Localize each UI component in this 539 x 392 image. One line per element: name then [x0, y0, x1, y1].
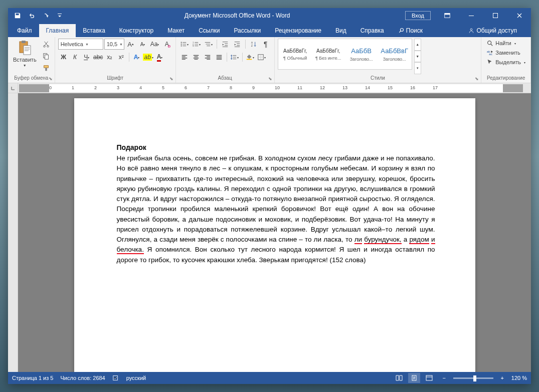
tab-file[interactable]: Файл	[10, 24, 39, 37]
close-button[interactable]	[508, 8, 531, 23]
find-label: Найти	[495, 40, 511, 46]
tab-design[interactable]: Конструктор	[112, 24, 160, 37]
spell-error[interactable]: бурундучок,	[364, 236, 401, 244]
login-button[interactable]: Вход	[405, 11, 431, 20]
copy-button[interactable]	[41, 51, 52, 62]
superscript-button[interactable]: x²	[116, 52, 127, 63]
bold-button[interactable]: Ж	[58, 52, 69, 63]
titlebar-right: Вход	[405, 8, 531, 23]
tab-review[interactable]: Рецензирование	[268, 24, 328, 37]
styles-gallery[interactable]: АаБбВвГг,¶ ОбычныйАаБбВвГг,¶ Без инте...…	[278, 39, 412, 70]
styles-dialog-launcher[interactable]: ⬊	[474, 76, 480, 82]
language-indicator[interactable]: русский	[126, 375, 146, 381]
shading-button[interactable]: ▾	[245, 52, 256, 63]
spell-error[interactable]: ли	[354, 236, 362, 244]
clipboard-dialog-launcher[interactable]: ⬊	[48, 76, 54, 82]
bullets-button[interactable]: ▾	[179, 39, 190, 50]
zoom-out-button[interactable]: −	[438, 373, 450, 383]
select-button[interactable]: Выделить▾	[484, 58, 527, 67]
share-button[interactable]: Общий доступ	[461, 24, 524, 37]
styles-up-button[interactable]: ▲	[414, 39, 421, 51]
tab-insert[interactable]: Вставка	[76, 24, 112, 37]
document-page[interactable]: Подарок Не грибная была осень, совсем не…	[74, 98, 475, 372]
sort-button[interactable]: AZ	[248, 39, 259, 50]
styles-down-button[interactable]: ▼	[414, 51, 421, 63]
web-layout-button[interactable]	[423, 373, 435, 383]
paragraph-label: Абзац	[179, 74, 271, 82]
tab-home[interactable]: Главная	[39, 24, 76, 37]
borders-button[interactable]: ▾	[256, 52, 267, 63]
tab-layout[interactable]: Макет	[160, 24, 192, 37]
font-dialog-launcher[interactable]: ⬊	[168, 76, 174, 82]
change-case-button[interactable]: Aa▾	[149, 39, 160, 50]
find-button[interactable]: Найти▾	[484, 39, 527, 48]
font-name-combo[interactable]: Helvetica▼	[58, 39, 103, 50]
spell-check-icon[interactable]	[112, 374, 119, 381]
line-spacing-button[interactable]: ▾	[229, 52, 240, 63]
word-count[interactable]: Число слов: 2684	[60, 375, 105, 381]
save-button[interactable]	[11, 9, 24, 22]
svg-rect-3	[493, 14, 498, 18]
read-mode-button[interactable]	[393, 373, 405, 383]
clear-formatting-button[interactable]: A⊘	[161, 39, 172, 50]
page-indicator[interactable]: Страница 1 из 5	[12, 375, 53, 381]
zoom-level[interactable]: 120 %	[511, 375, 527, 381]
cut-button[interactable]	[41, 39, 52, 50]
strikethrough-button[interactable]: abc	[93, 52, 104, 63]
svg-point-15	[181, 42, 182, 43]
doc-heading[interactable]: Подарок	[117, 143, 435, 151]
vertical-ruler[interactable]	[8, 93, 18, 372]
undo-button[interactable]	[25, 9, 38, 22]
doc-body[interactable]: Не грибная была осень, совсем не грибная…	[117, 153, 435, 265]
replace-button[interactable]: abacЗаменить	[484, 48, 527, 57]
align-center-button[interactable]	[191, 52, 202, 63]
justify-button[interactable]	[214, 52, 225, 63]
italic-button[interactable]: К	[70, 52, 81, 63]
styles-more-button[interactable]: ▾	[414, 62, 421, 74]
horizontal-ruler[interactable]: 01234567891011121314151617	[8, 83, 531, 93]
redo-button[interactable]	[39, 9, 52, 22]
spell-error[interactable]: рядом	[409, 236, 429, 244]
clipboard-label: Буфер обмена	[11, 74, 52, 82]
text-effects-button[interactable]: A▾	[131, 52, 142, 63]
zoom-in-button[interactable]: +	[496, 373, 508, 383]
style-item-1[interactable]: АаБбВвГг,¶ Без инте...	[312, 40, 344, 68]
ribbon-display-button[interactable]	[436, 8, 459, 23]
tab-view[interactable]: Вид	[328, 24, 353, 37]
format-painter-button[interactable]	[41, 63, 52, 74]
style-item-2[interactable]: АаБбВЗаголово...	[345, 40, 378, 68]
zoom-slider[interactable]	[453, 377, 493, 379]
search-label: Поиск	[406, 27, 423, 34]
multilevel-button[interactable]: ▾	[203, 39, 214, 50]
shrink-font-button[interactable]: A▾	[137, 39, 148, 50]
maximize-button[interactable]	[484, 8, 507, 23]
tab-selector[interactable]	[8, 83, 18, 93]
show-marks-button[interactable]: ¶	[260, 39, 271, 50]
align-left-button[interactable]	[179, 52, 190, 63]
tab-references[interactable]: Ссылки	[192, 24, 227, 37]
tab-search[interactable]: Поиск	[391, 24, 430, 37]
align-right-button[interactable]	[202, 52, 213, 63]
subscript-button[interactable]: x₂	[104, 52, 115, 63]
font-size-combo[interactable]: 10,5▼	[104, 39, 124, 50]
tab-mailings[interactable]: Рассылки	[227, 24, 268, 37]
underline-button[interactable]: Ч▾	[81, 52, 92, 63]
minimize-button[interactable]	[460, 8, 483, 23]
grow-font-button[interactable]: A▴	[125, 39, 136, 50]
spell-error[interactable]: и	[431, 236, 435, 244]
spell-error[interactable]: белочка.	[117, 246, 144, 254]
page-scroll[interactable]: Подарок Не грибная была осень, совсем не…	[18, 93, 531, 372]
decrease-indent-button[interactable]	[220, 39, 231, 50]
style-item-3[interactable]: АаБбВвГЗаголово...	[379, 40, 411, 68]
increase-indent-button[interactable]	[232, 39, 243, 50]
tab-help[interactable]: Справка	[353, 24, 391, 37]
highlight-button[interactable]: ab▾	[143, 52, 154, 63]
paste-button[interactable]: Вставить ▼	[11, 39, 39, 74]
qat-customize-button[interactable]	[53, 9, 66, 22]
numbering-button[interactable]: 123▾	[191, 39, 202, 50]
paragraph-dialog-launcher[interactable]: ⬊	[267, 76, 273, 82]
font-color-button[interactable]: A▾	[154, 52, 165, 63]
app-window: Документ Microsoft Office Word - Word Вх…	[8, 8, 531, 384]
print-layout-button[interactable]	[408, 373, 420, 383]
style-item-0[interactable]: АаБбВвГг,¶ Обычный	[279, 40, 311, 68]
